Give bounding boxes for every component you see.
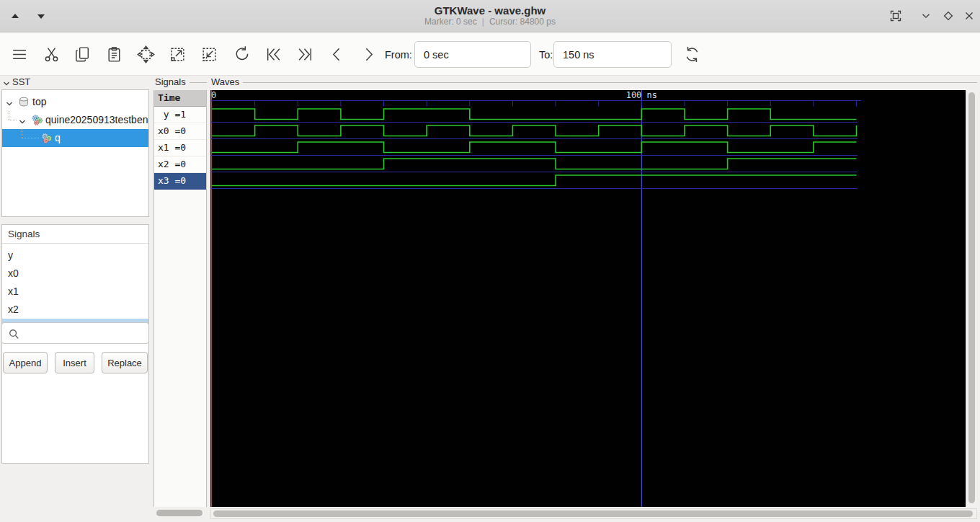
waves-canvas[interactable]: 0100 ns	[210, 90, 966, 507]
tree-item-label: top	[32, 96, 46, 107]
undo-icon	[233, 45, 251, 63]
fullscreen-button[interactable]	[886, 6, 905, 25]
timeline-label: 0	[211, 90, 216, 100]
signal-name-row-x0[interactable]: x0 =0	[154, 123, 206, 140]
signals-list-item-x2[interactable]: x2	[2, 301, 148, 319]
toolbar: From: To:	[0, 32, 980, 76]
shift-right-button[interactable]	[358, 44, 378, 64]
window-title: GTKWave - wave.ghw	[0, 4, 980, 17]
zoom-in-button[interactable]	[167, 44, 187, 64]
replace-button[interactable]: Replace	[102, 352, 148, 373]
stack-up-button[interactable]	[6, 8, 24, 24]
to-label: To:	[539, 49, 553, 61]
signals-list-item-x0[interactable]: x0	[2, 265, 148, 283]
frame-line	[243, 82, 977, 83]
zoom-fit-icon	[137, 45, 155, 63]
window-status: Marker: 0 sec|Cursor: 84800 ps	[0, 17, 980, 27]
copy-button[interactable]	[72, 44, 92, 64]
tree-guide	[22, 129, 22, 138]
from-input[interactable]	[414, 41, 531, 68]
menu-button[interactable]	[9, 44, 29, 64]
status-divider: |	[482, 17, 484, 27]
chevron-down-icon	[2, 79, 11, 88]
tree-item-label: quine20250913testbench	[45, 114, 149, 125]
frame-line	[190, 82, 207, 83]
sst-label: SST	[12, 76, 30, 87]
zoom-in-icon	[169, 45, 187, 63]
hscroll-handle[interactable]	[213, 510, 973, 517]
cut-button[interactable]	[41, 44, 61, 64]
search-input[interactable]	[22, 324, 145, 342]
maximize-button[interactable]	[939, 6, 958, 25]
stack-down-button[interactable]	[32, 8, 50, 24]
zoom-out-button[interactable]	[199, 44, 219, 64]
unstack-button[interactable]	[917, 6, 935, 25]
signal-name-row-x2[interactable]: x2 =0	[154, 156, 206, 173]
tree-item-label: q	[55, 132, 61, 143]
wave-trace-x1	[212, 142, 857, 153]
name-column-hscrollbar[interactable]	[156, 510, 202, 516]
paste-button[interactable]	[104, 44, 124, 64]
tree-expander[interactable]	[18, 116, 27, 129]
wave-trace-x0	[212, 125, 857, 136]
tree-item-top[interactable]: top	[2, 93, 148, 111]
component-icon	[40, 132, 53, 147]
module-icon	[18, 96, 30, 111]
signal-names-label: Signals	[155, 76, 186, 87]
to-input[interactable]	[553, 41, 672, 68]
waves-svg: 0100 ns	[210, 90, 966, 507]
fullscreen-icon	[889, 9, 902, 22]
signals-list-header[interactable]: Signals	[2, 225, 148, 244]
diamond-icon	[942, 9, 955, 22]
component-icon	[31, 114, 43, 129]
close-icon	[963, 9, 976, 22]
paste-icon	[105, 45, 123, 63]
close-button[interactable]	[960, 6, 979, 25]
cursor-status: Cursor: 84800 ps	[489, 17, 556, 27]
triangle-up-icon	[10, 12, 20, 20]
marker-status: Marker: 0 sec	[424, 17, 477, 27]
shift-left-button[interactable]	[326, 44, 347, 64]
waves-hscrollbar[interactable]	[210, 508, 977, 519]
copy-icon	[74, 45, 92, 63]
zoom-out-icon	[200, 45, 218, 63]
waves-label: Waves	[211, 76, 239, 87]
signals-list-item-x1[interactable]: x1	[2, 283, 148, 301]
menu-icon	[10, 45, 28, 63]
chevron-down-icon	[5, 99, 14, 108]
reload-button[interactable]	[682, 44, 702, 64]
tree-guide	[9, 111, 9, 120]
tree-guide	[9, 120, 17, 120]
vscroll-handle[interactable]	[968, 92, 975, 503]
tree-item-quine20250913testbench[interactable]: quine20250913testbench	[2, 111, 148, 129]
fetch-start-icon	[264, 45, 282, 63]
signals-list-item-y[interactable]: y	[2, 247, 148, 265]
tree-guide	[22, 138, 39, 138]
wave-trace-x2	[212, 159, 857, 169]
signal-name-row-y[interactable]: y =1	[154, 107, 206, 123]
waves-vscrollbar[interactable]	[966, 90, 977, 507]
tree-expander[interactable]	[5, 98, 14, 111]
signals-list-box: Signals yx0x1x2x3	[1, 224, 149, 464]
signal-name-row-x1[interactable]: x1 =0	[154, 140, 206, 156]
timeline-label: 100 ns	[626, 90, 657, 100]
signal-names-column: Time y =1x0 =0x1 =0x2 =0x3 =0	[153, 90, 207, 507]
zoom-fit-button[interactable]	[135, 44, 156, 64]
wave-trace-y	[212, 109, 857, 120]
signal-name-row-x3[interactable]: x3 =0	[154, 173, 206, 190]
from-label: From:	[385, 49, 412, 61]
wave-trace-x3	[212, 175, 857, 186]
chevron-down-icon	[919, 9, 932, 22]
fetch-end-button[interactable]	[295, 44, 315, 64]
insert-button[interactable]: Insert	[55, 352, 94, 373]
search-box	[1, 322, 149, 344]
titlebar: GTKWave - wave.ghw Marker: 0 sec|Cursor:…	[0, 0, 980, 32]
sst-tree: topquine20250913testbenchq	[1, 89, 149, 217]
time-header[interactable]: Time	[154, 90, 206, 107]
reload-icon	[683, 45, 701, 63]
tree-item-q[interactable]: q	[2, 129, 148, 147]
main-area: SST topquine20250913testbenchq Signals y…	[0, 76, 980, 522]
append-button[interactable]: Append	[3, 352, 48, 373]
undo-button[interactable]	[231, 44, 251, 64]
fetch-start-button[interactable]	[263, 44, 283, 64]
